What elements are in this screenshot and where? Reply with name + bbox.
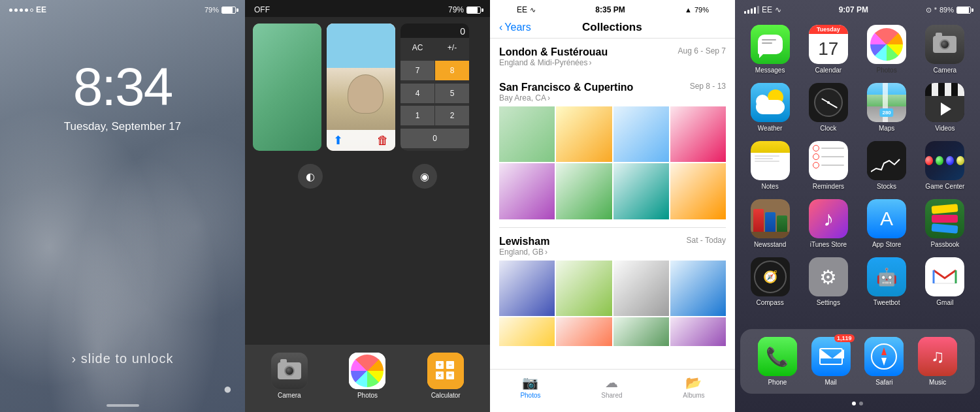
app-photos[interactable]: Photos bbox=[862, 25, 911, 74]
dot-4 bbox=[25, 8, 28, 12]
grid-photo-1[interactable] bbox=[499, 106, 555, 162]
tab-albums[interactable]: 📂 Albums bbox=[683, 375, 704, 399]
app-reminders[interactable]: Reminders bbox=[804, 141, 853, 190]
app-tweetbot[interactable]: 🤖 Tweetbot bbox=[862, 257, 911, 306]
lock-signal-dots bbox=[9, 8, 33, 12]
app-messages[interactable]: Messages bbox=[745, 25, 794, 74]
tab-photos[interactable]: 📷 Photos bbox=[520, 375, 540, 399]
maps-icon: 280 bbox=[867, 83, 906, 122]
app-card-camera[interactable]: ‹ Camera Roll Edit ⬆ 🗑 bbox=[327, 24, 395, 151]
calc-ac[interactable]: AC bbox=[400, 38, 434, 57]
app-videos[interactable]: Videos bbox=[921, 83, 970, 132]
grid-photo-14[interactable] bbox=[556, 317, 612, 346]
home-signal-bars bbox=[744, 6, 759, 14]
app-passbook[interactable]: Passbook bbox=[921, 199, 970, 248]
photos-tab-label: Photos bbox=[520, 392, 540, 399]
grid-photo-5[interactable] bbox=[499, 163, 555, 219]
dock-photos[interactable]: Photos bbox=[349, 353, 385, 399]
vs4 bbox=[945, 83, 951, 96]
app-card-calculator[interactable]: 0 AC +/- 7 8 4 5 1 2 0 bbox=[400, 24, 469, 151]
dock-safari[interactable]: Safari bbox=[864, 337, 904, 386]
dock-calc-label: Calculator bbox=[431, 392, 461, 399]
rem-text-1 bbox=[821, 148, 844, 149]
control-btn-1[interactable]: ◐ bbox=[298, 164, 323, 189]
app-gmail[interactable]: Gmail bbox=[921, 257, 970, 306]
camera-icon-home bbox=[925, 25, 964, 64]
camera-body bbox=[278, 362, 301, 379]
lock-slide-to-unlock[interactable]: › slide to unlock bbox=[0, 351, 245, 366]
newsstand-icon-inner bbox=[751, 199, 790, 238]
camera-flash-home bbox=[936, 33, 942, 37]
div-sym: = bbox=[446, 372, 454, 379]
home-screen: EE ∿ 9:07 PM ⊙ * 89% bbox=[735, 0, 980, 412]
app-newsstand[interactable]: Newsstand bbox=[745, 199, 794, 248]
app-weather[interactable]: Weather bbox=[745, 83, 794, 132]
grid-photo-6[interactable] bbox=[556, 163, 612, 219]
app-gamecenter[interactable]: Game Center bbox=[921, 141, 970, 190]
calc-4[interactable]: 4 bbox=[400, 84, 434, 103]
app-itunes[interactable]: ♪ iTunes Store bbox=[804, 199, 853, 248]
dock-phone[interactable]: 📞 Phone bbox=[758, 337, 797, 386]
grid-photo-15[interactable] bbox=[613, 317, 669, 346]
grid-photo-7[interactable] bbox=[613, 163, 669, 219]
delete-icon[interactable]: 🗑 bbox=[377, 134, 389, 148]
collection-lewisham: Lewisham England, GB › Sat - Today bbox=[490, 228, 735, 347]
dock-calculator[interactable]: + − × = Calculator bbox=[427, 353, 464, 399]
app-camera[interactable]: Camera bbox=[921, 25, 970, 74]
calc-0[interactable]: 0 bbox=[400, 129, 469, 148]
clock-face bbox=[814, 88, 843, 117]
app-calendar[interactable]: Tuesday 17 Calendar bbox=[804, 25, 853, 74]
share-icon[interactable]: ⬆ bbox=[333, 133, 343, 148]
calc-pm[interactable]: +/- bbox=[435, 38, 469, 57]
control-btn-2[interactable]: ◉ bbox=[412, 164, 437, 189]
app-maps[interactable]: 280 Maps bbox=[862, 83, 911, 132]
dock-music[interactable]: ♫ Music bbox=[918, 337, 957, 386]
grid-photo-8[interactable] bbox=[670, 163, 726, 219]
dock-mail[interactable]: 1,119 Mail bbox=[811, 337, 851, 386]
app-settings[interactable]: ⚙ Settings bbox=[804, 257, 853, 306]
grid-photo-10[interactable] bbox=[556, 261, 612, 316]
calc-5[interactable]: 5 bbox=[435, 84, 469, 103]
photos-carrier: EE bbox=[517, 5, 527, 14]
app-compass[interactable]: 🧭 Compass bbox=[745, 257, 794, 306]
battery-fill bbox=[222, 7, 233, 13]
collection-sf-title: San Francisco & Cupertino bbox=[499, 82, 633, 93]
maps-icon-inner: 280 bbox=[867, 83, 906, 122]
grid-photo-13[interactable] bbox=[499, 317, 555, 346]
camera-lens bbox=[284, 366, 295, 376]
tab-shared[interactable]: ☁ Shared bbox=[601, 375, 622, 399]
dock-calc-icon: + − × = bbox=[427, 353, 464, 389]
photos-signal: EE ∿ bbox=[499, 5, 536, 14]
collection-sf-grid bbox=[499, 106, 726, 219]
calc-2[interactable]: 2 bbox=[435, 106, 469, 125]
collection-london-subtitle: England & Midi-Pyrénées › bbox=[499, 58, 608, 67]
app-clock[interactable]: Clock bbox=[804, 83, 853, 132]
grid-photo-4[interactable] bbox=[670, 106, 726, 162]
multi-toggle: OFF bbox=[254, 5, 270, 14]
home-time: 9:07 PM bbox=[839, 5, 868, 14]
app-card-photos[interactable] bbox=[253, 24, 321, 151]
itunes-icon-inner: ♪ bbox=[809, 199, 848, 238]
multi-battery-icon bbox=[466, 7, 481, 14]
shared-tab-label: Shared bbox=[601, 392, 622, 399]
lock-camera-icon[interactable]: ● bbox=[223, 381, 232, 398]
photos-back-btn[interactable]: ‹ Years bbox=[499, 22, 531, 33]
grid-photo-12[interactable] bbox=[670, 261, 726, 316]
grid-photo-16[interactable] bbox=[670, 317, 726, 346]
lock-time: 8:34 bbox=[0, 56, 245, 118]
vs1 bbox=[925, 83, 932, 96]
times-sym: × bbox=[436, 372, 444, 379]
grid-photo-3[interactable] bbox=[613, 106, 669, 162]
photos-screen-title: Collections bbox=[531, 21, 693, 34]
grid-photo-11[interactable] bbox=[613, 261, 669, 316]
collection-london: London & Fustérouau England & Midi-Pyrén… bbox=[490, 39, 735, 74]
dock-camera[interactable]: Camera bbox=[271, 353, 308, 399]
grid-photo-9[interactable] bbox=[499, 261, 555, 316]
calc-1[interactable]: 1 bbox=[400, 106, 434, 125]
app-appstore[interactable]: A App Store bbox=[862, 199, 911, 248]
grid-photo-2[interactable] bbox=[556, 106, 612, 162]
calc-7[interactable]: 7 bbox=[400, 61, 434, 80]
calc-8[interactable]: 8 bbox=[435, 61, 469, 80]
app-notes[interactable]: Notes bbox=[745, 141, 794, 190]
app-stocks[interactable]: Stocks bbox=[862, 141, 911, 190]
